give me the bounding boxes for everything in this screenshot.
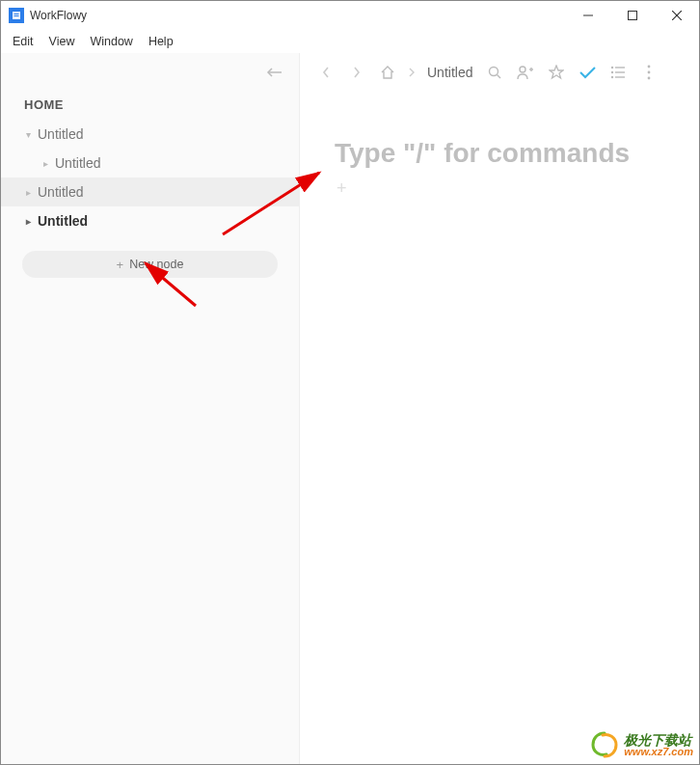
svg-point-16 <box>611 71 613 73</box>
svg-rect-1 <box>14 14 19 14</box>
breadcrumb-current[interactable]: Untitled <box>423 65 476 80</box>
nav-forward-icon[interactable] <box>344 60 369 85</box>
watermark: 极光下载站 www.xz7.com <box>589 729 693 760</box>
close-button[interactable] <box>655 1 699 30</box>
add-item-icon[interactable]: + <box>335 178 680 199</box>
svg-point-10 <box>520 67 525 72</box>
maximize-button[interactable] <box>610 1 655 30</box>
svg-point-18 <box>611 76 613 78</box>
menu-view[interactable]: View <box>41 33 83 50</box>
caret-right-icon: ▸ <box>22 187 34 198</box>
menu-window[interactable]: Window <box>82 33 140 50</box>
star-icon[interactable] <box>544 60 569 85</box>
new-node-button[interactable]: + New node <box>22 251 278 278</box>
tree-item-label: Untitled <box>38 213 88 229</box>
tree-item[interactable]: ▸ Untitled <box>1 206 299 235</box>
svg-point-14 <box>611 67 613 68</box>
list-icon[interactable] <box>606 60 631 85</box>
tree-item[interactable]: ▸ Untitled <box>1 178 299 206</box>
minimize-button[interactable] <box>566 1 610 30</box>
watermark-url: www.xz7.com <box>624 747 693 757</box>
collapse-sidebar-icon[interactable] <box>264 66 282 79</box>
breadcrumb-sep-icon <box>406 60 417 85</box>
caret-down-icon: ▾ <box>22 129 34 140</box>
watermark-logo-icon <box>589 729 620 760</box>
home-icon[interactable] <box>375 60 400 85</box>
tree-item-label: Untitled <box>55 155 100 171</box>
svg-point-8 <box>490 68 498 76</box>
sidebar-home[interactable]: HOME <box>1 92 299 118</box>
new-node-label: New node <box>129 258 183 271</box>
main: Untitled Type "/" for commands + <box>300 53 699 764</box>
tree-item-label: Untitled <box>38 184 83 200</box>
sidebar: HOME ▾ Untitled ▸ Untitled ▸ Untitled ▸ … <box>1 53 300 764</box>
more-icon[interactable] <box>636 60 661 85</box>
tree-item[interactable]: ▸ Untitled <box>1 149 299 178</box>
svg-marker-13 <box>550 66 563 78</box>
app-icon <box>9 8 24 23</box>
svg-point-21 <box>648 71 651 74</box>
menubar: Edit View Window Help <box>1 30 699 53</box>
check-icon[interactable] <box>575 60 600 85</box>
plus-icon: + <box>117 258 124 272</box>
svg-rect-4 <box>629 12 637 20</box>
svg-line-9 <box>498 75 501 79</box>
topbar: Untitled <box>300 53 699 92</box>
document-title-placeholder[interactable]: Type "/" for commands <box>335 138 680 169</box>
svg-point-22 <box>648 77 651 80</box>
caret-right-icon: ▸ <box>22 216 34 227</box>
menu-edit[interactable]: Edit <box>5 33 41 50</box>
search-icon[interactable] <box>482 60 507 85</box>
tree-item-label: Untitled <box>38 126 83 142</box>
add-person-icon[interactable] <box>513 60 538 85</box>
titlebar: WorkFlowy <box>1 1 699 30</box>
sidebar-tree: ▾ Untitled ▸ Untitled ▸ Untitled ▸ Untit… <box>1 118 299 237</box>
svg-rect-2 <box>14 15 19 16</box>
menu-help[interactable]: Help <box>141 33 181 50</box>
svg-point-20 <box>648 66 651 68</box>
window-title: WorkFlowy <box>30 9 87 22</box>
caret-right-icon: ▸ <box>40 158 51 169</box>
watermark-text: 极光下载站 <box>624 733 693 747</box>
nav-back-icon[interactable] <box>313 60 338 85</box>
tree-item[interactable]: ▾ Untitled <box>1 120 299 149</box>
